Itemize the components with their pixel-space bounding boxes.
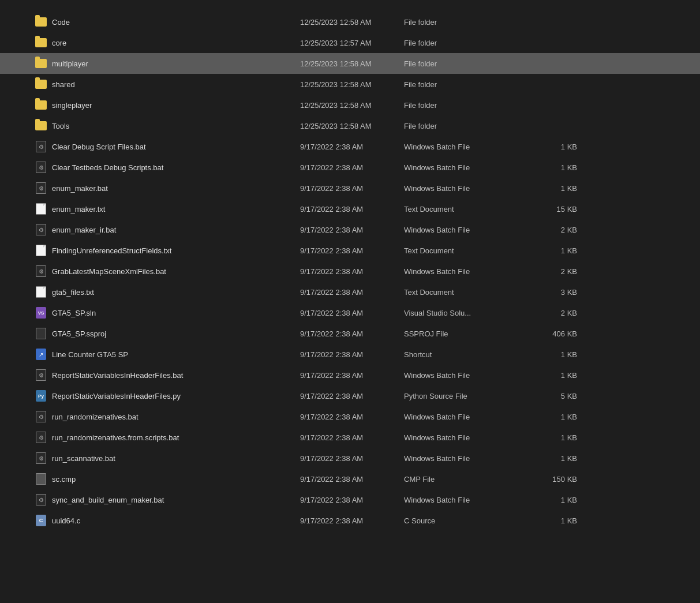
file-size: 1 KB bbox=[531, 246, 577, 255]
list-item[interactable]: Cuuid64.c9/17/2022 2:38 AMC Source1 KB bbox=[0, 510, 700, 531]
list-item[interactable]: gta5_files.txt9/17/2022 2:38 AMText Docu… bbox=[0, 282, 700, 302]
file-name: GTA5_SP.ssproj bbox=[52, 329, 300, 338]
list-item[interactable]: Clear Debug Script Files.bat9/17/2022 2:… bbox=[0, 136, 700, 157]
file-name: singleplayer bbox=[52, 101, 300, 110]
file-size: 1 KB bbox=[531, 163, 577, 172]
folder-icon bbox=[35, 78, 47, 91]
file-name: Line Counter GTA5 SP bbox=[52, 350, 300, 359]
file-name: Clear Testbeds Debug Scripts.bat bbox=[52, 163, 300, 172]
file-date: 12/25/2023 12:58 AM bbox=[300, 122, 404, 130]
file-name: GTA5_SP.sln bbox=[52, 309, 300, 317]
file-date: 9/17/2022 2:38 AM bbox=[300, 350, 404, 359]
file-size: 1 KB bbox=[531, 496, 577, 504]
file-name: enum_maker_ir.bat bbox=[52, 226, 300, 234]
bat-icon bbox=[35, 410, 47, 423]
file-type: Visual Studio Solu... bbox=[404, 309, 531, 317]
bat-icon bbox=[35, 161, 47, 174]
list-item[interactable]: FindingUnreferencedStructFields.txt9/17/… bbox=[0, 240, 700, 261]
list-item[interactable]: Code12/25/2023 12:58 AMFile folder bbox=[0, 12, 700, 32]
file-date: 9/17/2022 2:38 AM bbox=[300, 309, 404, 317]
file-type: File folder bbox=[404, 122, 531, 130]
sln-icon: VS bbox=[35, 306, 47, 319]
shortcut-icon: ↗ bbox=[35, 348, 47, 361]
file-name: run_randomizenatives.bat bbox=[52, 413, 300, 421]
file-date: 9/17/2022 2:38 AM bbox=[300, 371, 404, 380]
folder-icon bbox=[35, 99, 47, 111]
file-date: 9/17/2022 2:38 AM bbox=[300, 226, 404, 234]
file-size: 1 KB bbox=[531, 454, 577, 463]
list-item[interactable]: GrabLatestMapSceneXmlFiles.bat9/17/2022 … bbox=[0, 261, 700, 282]
file-type: Windows Batch File bbox=[404, 454, 531, 463]
file-name: multiplayer bbox=[52, 59, 300, 68]
file-size: 1 KB bbox=[531, 350, 577, 359]
list-item[interactable]: enum_maker.txt9/17/2022 2:38 AMText Docu… bbox=[0, 198, 700, 219]
list-item[interactable]: Tools12/25/2023 12:58 AMFile folder bbox=[0, 115, 700, 136]
file-type: File folder bbox=[404, 39, 531, 47]
file-type: File folder bbox=[404, 18, 531, 27]
list-item[interactable]: ReportStaticVariablesInHeaderFiles.bat9/… bbox=[0, 365, 700, 385]
list-item[interactable]: PyReportStaticVariablesInHeaderFiles.py9… bbox=[0, 385, 700, 406]
bat-icon bbox=[35, 140, 47, 153]
list-item[interactable]: core12/25/2023 12:57 AMFile folder bbox=[0, 32, 700, 53]
bat-icon bbox=[35, 369, 47, 381]
py-icon: Py bbox=[35, 389, 47, 402]
file-type: Windows Batch File bbox=[404, 371, 531, 380]
file-name: run_scannative.bat bbox=[52, 454, 300, 463]
bat-icon bbox=[35, 493, 47, 506]
file-type: Text Document bbox=[404, 246, 531, 255]
file-name: Tools bbox=[52, 122, 300, 130]
file-size: 5 KB bbox=[531, 392, 577, 400]
list-item[interactable]: sync_and_build_enum_maker.bat9/17/2022 2… bbox=[0, 489, 700, 510]
list-item[interactable]: ↗Line Counter GTA5 SP9/17/2022 2:38 AMSh… bbox=[0, 344, 700, 365]
file-type: File folder bbox=[404, 59, 531, 68]
list-item[interactable]: enum_maker_ir.bat9/17/2022 2:38 AMWindow… bbox=[0, 219, 700, 240]
file-date: 9/17/2022 2:38 AM bbox=[300, 475, 404, 484]
list-item[interactable]: sc.cmp9/17/2022 2:38 AMCMP File150 KB bbox=[0, 469, 700, 489]
txt-icon bbox=[35, 286, 47, 298]
file-type: Windows Batch File bbox=[404, 433, 531, 442]
list-item[interactable]: run_randomizenatives.bat9/17/2022 2:38 A… bbox=[0, 406, 700, 427]
file-name: run_randomizenatives.from.scripts.bat bbox=[52, 433, 300, 442]
file-date: 9/17/2022 2:38 AM bbox=[300, 163, 404, 172]
file-size: 1 KB bbox=[531, 413, 577, 421]
list-item[interactable]: GTA5_SP.ssproj9/17/2022 2:38 AMSSPROJ Fi… bbox=[0, 323, 700, 344]
file-size: 2 KB bbox=[531, 267, 577, 276]
file-type: Windows Batch File bbox=[404, 226, 531, 234]
file-size: 1 KB bbox=[531, 516, 577, 525]
file-name: gta5_files.txt bbox=[52, 288, 300, 297]
list-item[interactable]: singleplayer12/25/2023 12:58 AMFile fold… bbox=[0, 95, 700, 115]
list-item[interactable]: Clear Testbeds Debug Scripts.bat9/17/202… bbox=[0, 157, 700, 178]
file-date: 9/17/2022 2:38 AM bbox=[300, 413, 404, 421]
file-name: sc.cmp bbox=[52, 475, 300, 484]
file-type: CMP File bbox=[404, 475, 531, 484]
file-type: SSPROJ File bbox=[404, 329, 531, 338]
file-date: 12/25/2023 12:58 AM bbox=[300, 80, 404, 89]
list-item[interactable]: run_randomizenatives.from.scripts.bat9/1… bbox=[0, 427, 700, 448]
list-item[interactable]: VSGTA5_SP.sln9/17/2022 2:38 AMVisual Stu… bbox=[0, 302, 700, 323]
file-date: 9/17/2022 2:38 AM bbox=[300, 267, 404, 276]
file-date: 9/17/2022 2:38 AM bbox=[300, 433, 404, 442]
folder-icon bbox=[35, 16, 47, 28]
file-size: 1 KB bbox=[531, 433, 577, 442]
file-list: Code12/25/2023 12:58 AMFile foldercore12… bbox=[0, 0, 700, 542]
file-type: Windows Batch File bbox=[404, 413, 531, 421]
file-type: Windows Batch File bbox=[404, 143, 531, 151]
file-date: 12/25/2023 12:58 AM bbox=[300, 59, 404, 68]
file-name: ReportStaticVariablesInHeaderFiles.py bbox=[52, 392, 300, 400]
bat-icon bbox=[35, 182, 47, 194]
file-type: File folder bbox=[404, 101, 531, 110]
file-date: 9/17/2022 2:38 AM bbox=[300, 392, 404, 400]
list-item[interactable]: enum_maker.bat9/17/2022 2:38 AMWindows B… bbox=[0, 178, 700, 198]
file-type: Windows Batch File bbox=[404, 163, 531, 172]
list-item[interactable]: shared12/25/2023 12:58 AMFile folder bbox=[0, 74, 700, 95]
file-type: Windows Batch File bbox=[404, 184, 531, 193]
file-name: Clear Debug Script Files.bat bbox=[52, 143, 300, 151]
file-size: 1 KB bbox=[531, 143, 577, 151]
list-item[interactable]: run_scannative.bat9/17/2022 2:38 AMWindo… bbox=[0, 448, 700, 469]
txt-icon bbox=[35, 203, 47, 215]
folder-icon bbox=[35, 119, 47, 132]
file-date: 12/25/2023 12:58 AM bbox=[300, 18, 404, 27]
list-item[interactable]: multiplayer12/25/2023 12:58 AMFile folde… bbox=[0, 53, 700, 74]
file-date: 12/25/2023 12:58 AM bbox=[300, 101, 404, 110]
file-name: enum_maker.txt bbox=[52, 205, 300, 214]
